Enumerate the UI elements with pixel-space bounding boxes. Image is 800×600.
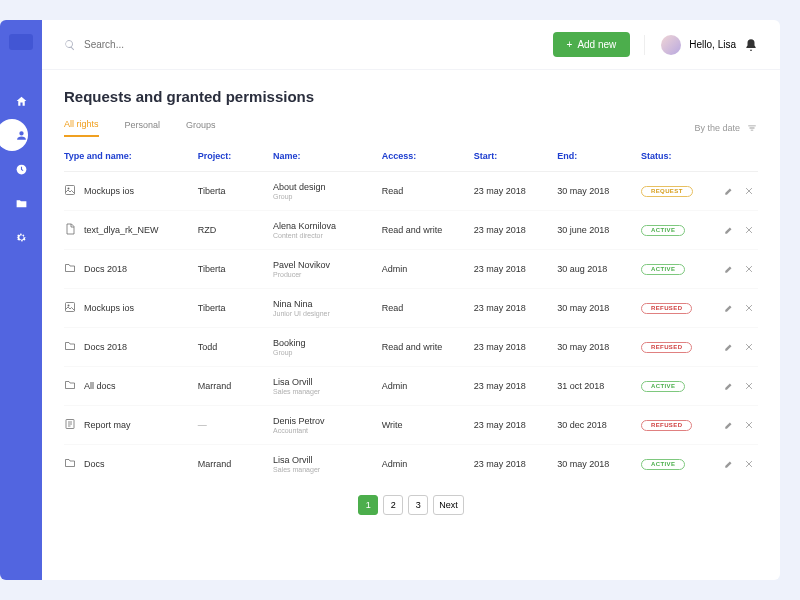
cell-start: 23 may 2018	[474, 303, 558, 313]
page-2[interactable]: 2	[383, 495, 403, 515]
add-new-button[interactable]: +Add new	[553, 32, 631, 57]
row-actions	[716, 186, 758, 196]
close-icon[interactable]	[744, 186, 754, 196]
sidebar-item-folder[interactable]	[0, 188, 42, 218]
cell-start: 23 may 2018	[474, 459, 558, 469]
cell-filename: Mockups ios	[64, 184, 198, 198]
file-type-icon	[64, 418, 76, 432]
cell-filename: Docs 2018	[64, 340, 198, 354]
page-3[interactable]: 3	[408, 495, 428, 515]
cell-status: ACTIVE	[641, 263, 716, 275]
user-area: Hello, Lisa	[644, 35, 758, 55]
cell-status: REFUSED	[641, 341, 716, 353]
search-icon	[64, 39, 76, 51]
tab-groups[interactable]: Groups	[186, 120, 216, 136]
close-icon[interactable]	[744, 459, 754, 469]
edit-icon[interactable]	[724, 342, 734, 352]
file-type-icon	[64, 262, 76, 276]
add-button-label: Add new	[577, 39, 616, 50]
cell-name: Alena KornilovaContent director	[273, 221, 382, 239]
cell-start: 23 may 2018	[474, 420, 558, 430]
edit-icon[interactable]	[724, 459, 734, 469]
cell-start: 23 may 2018	[474, 225, 558, 235]
edit-icon[interactable]	[724, 381, 734, 391]
status-badge: REFUSED	[641, 342, 692, 353]
cell-project: Marrand	[198, 381, 273, 391]
avatar[interactable]	[661, 35, 681, 55]
cell-end: 30 may 2018	[557, 459, 641, 469]
table-row: Mockups iosTibertaNina NinaJunior UI des…	[64, 289, 758, 328]
row-actions	[716, 420, 758, 430]
cell-name: BookingGroup	[273, 338, 382, 356]
sidebar-item-home[interactable]	[0, 86, 42, 116]
sidebar-item-users[interactable]	[0, 120, 42, 150]
row-actions	[716, 342, 758, 352]
table-row: Docs 2018ToddBookingGroupRead and write2…	[64, 328, 758, 367]
col-end: End:	[557, 151, 641, 161]
cell-status: ACTIVE	[641, 380, 716, 392]
close-icon[interactable]	[744, 342, 754, 352]
search-input[interactable]	[84, 39, 539, 50]
cell-access: Read and write	[382, 225, 474, 235]
row-actions	[716, 303, 758, 313]
close-icon[interactable]	[744, 264, 754, 274]
cell-project: Tiberta	[198, 186, 273, 196]
permissions-table: Type and name: Project: Name: Access: St…	[64, 141, 758, 483]
cell-name: Pavel NovikovProducer	[273, 260, 382, 278]
cell-filename: text_dlya_rk_NEW	[64, 223, 198, 237]
page-title: Requests and granted permissions	[64, 88, 758, 105]
cell-end: 30 may 2018	[557, 342, 641, 352]
cell-start: 23 may 2018	[474, 186, 558, 196]
cell-start: 23 may 2018	[474, 381, 558, 391]
edit-icon[interactable]	[724, 225, 734, 235]
edit-icon[interactable]	[724, 264, 734, 274]
row-actions	[716, 264, 758, 274]
cell-start: 23 may 2018	[474, 342, 558, 352]
cell-project: Tiberta	[198, 264, 273, 274]
sidebar-item-settings[interactable]	[0, 222, 42, 252]
cell-status: ACTIVE	[641, 224, 716, 236]
cell-name: Lisa OrvillSales manager	[273, 455, 382, 473]
cell-project: Marrand	[198, 459, 273, 469]
sidebar	[0, 20, 42, 580]
edit-icon[interactable]	[724, 420, 734, 430]
pagination: 1 2 3 Next	[64, 483, 758, 527]
cell-filename: Report may	[64, 418, 198, 432]
cell-end: 30 aug 2018	[557, 264, 641, 274]
table-row: Report may—Denis PetrovAccountantWrite23…	[64, 406, 758, 445]
sidebar-item-clock[interactable]	[0, 154, 42, 184]
sort-control[interactable]: By the date	[694, 123, 758, 133]
file-type-icon	[64, 457, 76, 471]
cell-status: REQUEST	[641, 185, 716, 197]
bell-icon[interactable]	[744, 38, 758, 52]
table-row: Docs 2018TibertaPavel NovikovProducerAdm…	[64, 250, 758, 289]
close-icon[interactable]	[744, 225, 754, 235]
tabs: All rights Personal Groups By the date	[64, 119, 758, 137]
edit-icon[interactable]	[724, 303, 734, 313]
tab-all-rights[interactable]: All rights	[64, 119, 99, 137]
cell-filename: All docs	[64, 379, 198, 393]
page-next[interactable]: Next	[433, 495, 464, 515]
edit-icon[interactable]	[724, 186, 734, 196]
cell-name: Nina NinaJunior UI designer	[273, 299, 382, 317]
close-icon[interactable]	[744, 381, 754, 391]
page-1[interactable]: 1	[358, 495, 378, 515]
file-type-icon	[64, 223, 76, 237]
cell-access: Admin	[382, 264, 474, 274]
row-actions	[716, 381, 758, 391]
cell-access: Write	[382, 420, 474, 430]
tab-personal[interactable]: Personal	[125, 120, 161, 136]
close-icon[interactable]	[744, 303, 754, 313]
cell-access: Admin	[382, 381, 474, 391]
file-type-icon	[64, 301, 76, 315]
plus-icon: +	[567, 39, 573, 50]
col-project: Project:	[198, 151, 273, 161]
file-type-icon	[64, 379, 76, 393]
cell-status: ACTIVE	[641, 458, 716, 470]
file-type-icon	[64, 184, 76, 198]
cell-project: —	[198, 420, 273, 430]
table-row: Mockups iosTibertaAbout designGroupRead2…	[64, 172, 758, 211]
cell-end: 30 may 2018	[557, 186, 641, 196]
close-icon[interactable]	[744, 420, 754, 430]
svg-point-2	[68, 188, 70, 190]
